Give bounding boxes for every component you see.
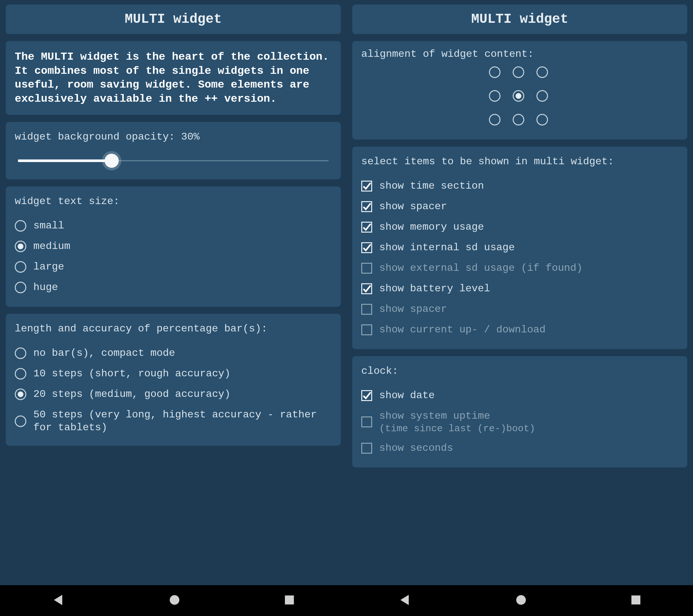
bar-accuracy-option[interactable]: 10 steps (short, rough accuracy): [15, 363, 332, 384]
alignment-option[interactable]: [489, 114, 500, 125]
checkbox-label: show memory usage: [379, 221, 484, 234]
description-card: The MULTI widget is the heart of the col…: [6, 41, 341, 115]
checkbox-label: show external sd usage (if found): [379, 262, 582, 275]
recent-button[interactable]: [631, 595, 641, 607]
checkbox-label: show spacer: [379, 303, 447, 316]
alignment-card: alignment of widget content:: [352, 41, 687, 140]
items-option[interactable]: show time section: [361, 176, 678, 196]
text-size-option[interactable]: large: [15, 257, 332, 277]
checkbox-sublabel: (time since last (re-)boot): [379, 423, 535, 434]
checkbox-label: show date: [379, 389, 435, 402]
svg-rect-5: [631, 595, 640, 604]
clock-option[interactable]: show seconds: [361, 438, 678, 458]
opacity-slider[interactable]: [15, 151, 332, 171]
text-size-option[interactable]: small: [15, 216, 332, 236]
radio-label: 10 steps (short, rough accuracy): [33, 367, 231, 380]
radio-label: 20 steps (medium, good accuracy): [33, 388, 231, 401]
items-option[interactable]: show memory usage: [361, 217, 678, 237]
left-pane: MULTI widget The MULTI widget is the hea…: [0, 0, 346, 616]
checkbox-icon: [361, 304, 372, 315]
radio-label: small: [33, 219, 64, 232]
checkbox-icon: [361, 222, 372, 233]
bar-accuracy-option[interactable]: 50 steps (very long, highest accuracy - …: [15, 404, 332, 438]
text-size-option[interactable]: medium: [15, 236, 332, 257]
checkbox-icon: [361, 242, 372, 253]
radio-icon: [15, 241, 26, 252]
system-navbar-right: [346, 585, 693, 616]
items-option[interactable]: show external sd usage (if found): [361, 258, 678, 278]
alignment-label: alignment of widget content:: [361, 48, 678, 60]
home-button[interactable]: [169, 595, 180, 607]
alignment-grid: [361, 66, 678, 128]
text-size-option[interactable]: huge: [15, 277, 332, 298]
radio-icon: [15, 220, 26, 232]
description-text: The MULTI widget is the heart of the col…: [15, 50, 332, 106]
clock-card: clock: show dateshow system uptime(time …: [352, 356, 687, 468]
radio-icon: [15, 416, 26, 427]
opacity-card: widget background opacity: 30%: [6, 122, 341, 179]
page-title-left: MULTI widget: [6, 4, 341, 34]
checkbox-icon: [361, 263, 372, 274]
checkbox-label: show time section: [379, 180, 484, 193]
svg-point-1: [170, 595, 179, 605]
checkbox-icon: [361, 416, 372, 428]
checkbox-label: show system uptime: [379, 410, 535, 422]
bar-accuracy-card: length and accuracy of percentage bar(s)…: [6, 314, 341, 445]
svg-marker-3: [400, 595, 409, 605]
radio-label: 50 steps (very long, highest accuracy - …: [33, 409, 332, 434]
svg-point-4: [516, 595, 526, 605]
items-option[interactable]: show current up- / download: [361, 320, 678, 340]
back-button[interactable]: [52, 594, 65, 608]
checkbox-icon: [361, 283, 372, 294]
alignment-option[interactable]: [513, 114, 524, 125]
system-navbar-left: [0, 585, 346, 616]
clock-label: clock:: [361, 365, 678, 377]
checkbox-label: show battery level: [379, 282, 490, 295]
home-button[interactable]: [516, 595, 527, 607]
radio-label: no bar(s), compact mode: [33, 347, 175, 360]
right-pane: MULTI widget alignment of widget content…: [346, 0, 693, 616]
page-title-right: MULTI widget: [352, 4, 687, 34]
items-card: select items to be shown in multi widget…: [352, 146, 687, 349]
alignment-option[interactable]: [489, 66, 500, 78]
clock-checkbox-group: show dateshow system uptime(time since l…: [361, 385, 678, 458]
recent-button[interactable]: [284, 595, 295, 607]
text-size-radio-group: smallmediumlargehuge: [15, 216, 332, 298]
checkbox-icon: [361, 390, 372, 401]
bar-accuracy-option[interactable]: no bar(s), compact mode: [15, 343, 332, 363]
back-button[interactable]: [398, 594, 411, 608]
checkbox-icon: [361, 443, 372, 454]
alignment-option[interactable]: [489, 90, 500, 102]
svg-rect-2: [285, 595, 294, 604]
alignment-option[interactable]: [536, 90, 548, 102]
bar-accuracy-label: length and accuracy of percentage bar(s)…: [15, 323, 332, 335]
radio-label: large: [33, 260, 64, 273]
clock-option[interactable]: show system uptime(time since last (re-)…: [361, 406, 678, 438]
bar-accuracy-radio-group: no bar(s), compact mode10 steps (short, …: [15, 343, 332, 438]
text-size-card: widget text size: smallmediumlargehuge: [6, 186, 341, 307]
items-label: select items to be shown in multi widget…: [361, 156, 678, 167]
checkbox-icon: [361, 201, 372, 212]
clock-option[interactable]: show date: [361, 385, 678, 406]
alignment-option[interactable]: [513, 90, 524, 102]
svg-marker-0: [54, 595, 62, 605]
radio-label: medium: [33, 240, 70, 253]
items-option[interactable]: show spacer: [361, 299, 678, 320]
items-option[interactable]: show internal sd usage: [361, 237, 678, 258]
items-option[interactable]: show spacer: [361, 196, 678, 217]
bar-accuracy-option[interactable]: 20 steps (medium, good accuracy): [15, 384, 332, 404]
alignment-option[interactable]: [536, 66, 548, 78]
radio-icon: [15, 347, 26, 359]
checkbox-icon: [361, 324, 372, 335]
alignment-option[interactable]: [536, 114, 548, 125]
checkbox-label: show internal sd usage: [379, 241, 515, 254]
radio-icon: [15, 368, 26, 380]
alignment-option[interactable]: [513, 66, 524, 78]
checkbox-icon: [361, 181, 372, 192]
radio-icon: [15, 261, 26, 273]
items-option[interactable]: show battery level: [361, 278, 678, 299]
radio-label: huge: [33, 281, 58, 294]
radio-icon: [15, 282, 26, 293]
items-checkbox-group: show time sectionshow spacershow memory …: [361, 176, 678, 340]
slider-thumb[interactable]: [104, 154, 119, 168]
